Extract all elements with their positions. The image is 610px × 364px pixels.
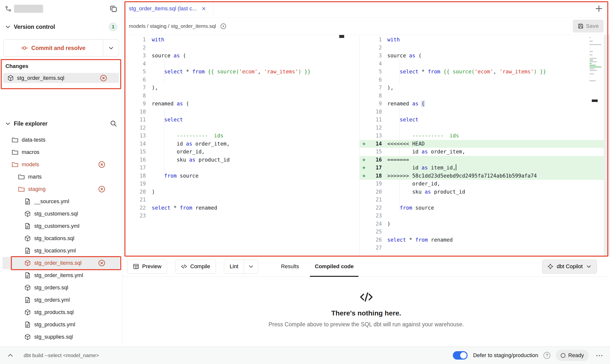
scrollbar-track[interactable] [604, 35, 610, 256]
minimap[interactable] [590, 36, 603, 84]
tab-results[interactable]: Results [273, 256, 307, 277]
tree-item-stg_order_items.sql[interactable]: stg_order_items.sql [2, 257, 120, 269]
code-line[interactable]: 6 [360, 76, 610, 84]
tab-compiled-code[interactable]: Compiled code [307, 256, 362, 277]
code-line[interactable]: 12 [360, 124, 610, 132]
tree-item-macros[interactable]: macros [0, 146, 122, 158]
tab-stg-order-items[interactable]: stg_order_items.sql (last c... [122, 0, 213, 17]
tree-item-stg_locations.sql[interactable]: stg_locations.sql [0, 232, 122, 245]
code-line[interactable]: 8 [122, 92, 359, 100]
code-line[interactable]: 21 [122, 196, 359, 204]
code-line[interactable]: 25 [360, 228, 610, 236]
code-line[interactable]: 24) [360, 220, 610, 228]
code-line[interactable]: 22 from source [360, 204, 610, 212]
code-line[interactable]: 7), [122, 84, 359, 92]
tree-item-marts[interactable]: marts [0, 171, 122, 183]
code-line[interactable]: 11 select [360, 116, 610, 124]
code-line[interactable]: 23 [360, 212, 610, 220]
code-line[interactable]: 1with [360, 36, 610, 44]
search-icon[interactable] [110, 120, 117, 127]
lineage-icon[interactable] [220, 23, 227, 30]
commit-options-button[interactable] [103, 40, 119, 56]
preview-button[interactable]: Preview [127, 260, 167, 274]
code-line[interactable]: 19 [122, 180, 359, 188]
code-line[interactable]: +18>>>>>>> 58c1dd23d5eebd9cd2495fa7124ab… [360, 172, 610, 180]
version-control-header[interactable]: Version control 1 [0, 23, 122, 31]
defer-toggle[interactable] [453, 351, 468, 360]
code-line[interactable]: 9renamed as ( [360, 100, 610, 108]
code-line[interactable]: 2 [122, 44, 359, 52]
tree-item-stg_locations.yml[interactable]: stg_locations.yml [0, 245, 122, 257]
lint-options-button[interactable] [244, 260, 258, 274]
code-line[interactable]: 4 [122, 60, 359, 68]
code-line[interactable]: 15 order_id, [122, 148, 359, 156]
code-line[interactable]: 20 sku as product_id [360, 188, 610, 196]
code-line[interactable]: +14<<<<<<< HEAD [360, 140, 610, 148]
tree-item-stg_order_items.yml[interactable]: stg_order_items.yml [0, 269, 122, 281]
tree-item-data-tests[interactable]: data-tests [0, 134, 122, 146]
left-scrollbar-thumb[interactable] [339, 35, 344, 38]
code-line[interactable]: 5 select * from {{ source('ecom', 'raw_i… [122, 68, 359, 76]
code-line[interactable]: 17 [122, 164, 359, 172]
tree-item-stg_products.yml[interactable]: stg_products.yml [0, 318, 122, 331]
code-line[interactable]: 7), [360, 84, 610, 92]
code-line[interactable]: 9renamed as ( [122, 100, 359, 108]
tree-item-stg_products.sql[interactable]: stg_products.sql [0, 306, 122, 318]
overflow-menu-button[interactable]: ⋯ [596, 353, 603, 358]
tree-item-stg_orders.sql[interactable]: stg_orders.sql [0, 281, 122, 294]
code-line[interactable]: 18 from source [122, 172, 359, 180]
code-line[interactable]: +16======= [360, 156, 610, 164]
code-line[interactable]: 26select * from renamed [360, 236, 610, 244]
new-tab-button[interactable] [595, 4, 603, 13]
commit-and-resolve-button[interactable]: Commit and resolve [3, 39, 119, 57]
code-line[interactable]: 2 [360, 44, 610, 52]
code-line[interactable]: 21 [360, 196, 610, 204]
code-line[interactable]: 3source as ( [122, 52, 359, 60]
lint-button[interactable]: Lint [224, 260, 244, 274]
code-line[interactable]: 15 id as order_item, [360, 148, 610, 156]
code-line[interactable]: 22select * from renamed [122, 204, 359, 212]
conflict-icon[interactable] [98, 161, 105, 168]
dbt-copilot-button[interactable]: dbt Copilot [542, 260, 597, 274]
code-line[interactable]: +17 id as item_id, [360, 164, 610, 172]
code-line[interactable]: 10 [360, 108, 610, 116]
tree-item-stg_orders.yml[interactable]: stg_orders.yml [0, 294, 122, 306]
code-line[interactable]: 16 sku as product_id [122, 156, 359, 164]
scrollbar-thumb[interactable] [592, 99, 598, 102]
editor-pane-right[interactable]: 1with23source as (45 select * from {{ so… [359, 35, 610, 256]
code-line[interactable]: 4 [360, 60, 610, 68]
tree-item-stg_supplies.sql[interactable]: stg_supplies.sql [0, 331, 122, 343]
code-line[interactable]: 13 ---------- ids [122, 132, 359, 140]
tree-item-stg_customers.yml[interactable]: stg_customers.yml [0, 220, 122, 232]
editor-pane-left[interactable]: 1with23source as (45 select * from {{ so… [122, 35, 359, 256]
code-line[interactable]: 5 select * from {{ source('ecom', 'raw_i… [360, 68, 610, 76]
code-line[interactable]: 14 id as order_item, [122, 140, 359, 148]
copy-icon[interactable] [110, 5, 117, 13]
tree-item-staging[interactable]: staging [0, 183, 122, 195]
tree-item-models[interactable]: models [0, 158, 122, 171]
expand-console-button[interactable] [7, 352, 14, 359]
tree-item-__sources.yml[interactable]: __sources.yml [0, 195, 122, 208]
code-line[interactable]: 6 [122, 76, 359, 84]
code-line[interactable]: 3source as ( [360, 52, 610, 60]
compile-button[interactable]: Compile [175, 260, 216, 274]
code-line[interactable]: 23 [122, 212, 359, 220]
code-line[interactable]: 13 ---------- ids [360, 132, 610, 140]
save-button[interactable]: Save [573, 20, 604, 33]
conflict-icon[interactable] [98, 259, 105, 267]
file-explorer-header[interactable]: File explorer [0, 119, 122, 129]
code-line[interactable]: 20) [122, 188, 359, 196]
command-input[interactable]: dbt build --select <model_name> [24, 352, 99, 358]
conflict-icon[interactable] [100, 74, 107, 82]
change-item-stg_order_items.sql[interactable]: stg_order_items.sql [3, 73, 119, 83]
tree-item-stg_customers.sql[interactable]: stg_customers.sql [0, 208, 122, 220]
code-line[interactable]: 12 [122, 124, 359, 132]
conflict-icon[interactable] [98, 185, 105, 193]
code-line[interactable]: 19 order_id, [360, 180, 610, 188]
code-line[interactable]: 1with [122, 36, 359, 44]
code-line[interactable]: 11 select [122, 116, 359, 124]
ready-status-badge[interactable]: Ready [556, 350, 589, 361]
code-line[interactable]: 10 [122, 108, 359, 116]
help-icon[interactable]: ? [543, 352, 550, 359]
code-line[interactable]: 27 [360, 244, 610, 252]
